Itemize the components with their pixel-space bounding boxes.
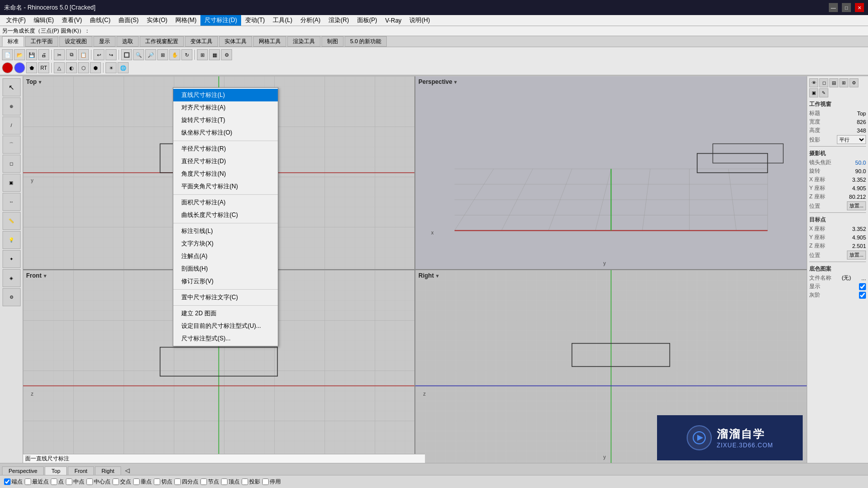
- panel-btn4[interactable]: ⊞: [839, 78, 848, 87]
- rp-filename-more[interactable]: ...: [861, 275, 866, 281]
- sc-check-center[interactable]: [86, 478, 93, 485]
- toolbar-tab-transform[interactable]: 变体工具: [185, 36, 218, 47]
- menu-vray[interactable]: V-Ray: [381, 16, 406, 25]
- rp-check-show[interactable]: [859, 283, 866, 290]
- minimize-button[interactable]: —: [829, 3, 838, 12]
- sc-check-disable[interactable]: [262, 478, 269, 485]
- panel-btn2[interactable]: ◻: [819, 78, 828, 87]
- tb-b3[interactable]: RT: [38, 62, 49, 73]
- menu-mesh[interactable]: 网格(M): [171, 15, 200, 26]
- tb-cut[interactable]: ✂: [54, 49, 65, 60]
- tb-zoom-all[interactable]: ⊞: [157, 49, 168, 60]
- lt-transform[interactable]: ↔: [3, 193, 21, 211]
- menu-curve[interactable]: 曲线(C): [86, 15, 115, 26]
- toolbar-tab-solid[interactable]: 实体工具: [219, 36, 252, 47]
- close-button[interactable]: ✕: [855, 3, 864, 12]
- toolbar-tab-new[interactable]: 5.0 的新功能: [345, 36, 387, 47]
- dd-item-ordinate[interactable]: 纵坐标尺寸标注(O): [173, 127, 278, 139]
- panel-btn1[interactable]: 👁: [809, 78, 818, 87]
- dd-item-area[interactable]: 面积尺寸标注(A): [173, 196, 278, 209]
- vp-perspective-arrow[interactable]: ▾: [454, 79, 457, 85]
- sc-check-endpoint[interactable]: [4, 478, 11, 485]
- dd-item-make2d[interactable]: 建立 2D 图面: [173, 307, 278, 320]
- dd-item-set-dimstyle[interactable]: 设定目前的尺寸标注型式(U)...: [173, 320, 278, 332]
- tb-zoom-in[interactable]: 🔍: [133, 49, 144, 60]
- toolbar-tab-viewport[interactable]: 工作视窗配置: [140, 36, 184, 47]
- sc-check-point[interactable]: [51, 478, 57, 485]
- status-tab-arrow[interactable]: ◁: [122, 466, 133, 475]
- tb-copy[interactable]: ⧉: [66, 49, 77, 60]
- toolbar-tab-display[interactable]: 显示: [93, 36, 116, 47]
- tb-grid[interactable]: ⊞: [197, 49, 208, 60]
- tb-pan[interactable]: ✋: [169, 49, 180, 60]
- tb-b9[interactable]: 🌐: [118, 62, 129, 73]
- viewport-perspective[interactable]: Perspective ▾: [415, 76, 807, 269]
- lt-analyze[interactable]: 📏: [3, 212, 21, 230]
- rp-select-projection[interactable]: 平行 透视: [837, 135, 866, 144]
- tb-b7[interactable]: ⬢: [90, 62, 101, 73]
- sc-check-quad[interactable]: [174, 478, 181, 485]
- sc-check-project[interactable]: [242, 478, 248, 485]
- tb-open[interactable]: 📂: [14, 49, 25, 60]
- dd-item-rotated[interactable]: 旋转尺寸标注(T): [173, 114, 278, 127]
- sc-check-perp[interactable]: [133, 478, 140, 485]
- rp-btn-pos[interactable]: 放置...: [847, 201, 866, 210]
- sc-check-nearest[interactable]: [25, 478, 31, 485]
- tb-b8[interactable]: ☀: [105, 62, 117, 73]
- dd-item-linear[interactable]: 直线尺寸标注(L): [173, 89, 278, 101]
- tb-b6[interactable]: ⬡: [78, 62, 89, 73]
- dd-item-plane-angle[interactable]: 平面夹角尺寸标注(N): [173, 180, 278, 193]
- tb-print[interactable]: 🖨: [38, 49, 49, 60]
- menu-panels[interactable]: 面板(P): [353, 15, 381, 26]
- status-tab-right[interactable]: Right: [95, 466, 121, 475]
- tb-rotate[interactable]: ↻: [181, 49, 192, 60]
- panel-btn7[interactable]: ✎: [819, 88, 828, 97]
- dd-item-diameter[interactable]: 直径尺寸标注(D): [173, 155, 278, 168]
- maximize-button[interactable]: □: [842, 3, 851, 12]
- dd-item-dimstyle[interactable]: 尺寸标注型式(S)...: [173, 332, 278, 345]
- lt-point[interactable]: ⊕: [3, 97, 21, 115]
- tb-color-red[interactable]: [2, 62, 13, 73]
- tb-prop[interactable]: ⚙: [221, 49, 232, 60]
- tb-paste[interactable]: 📋: [78, 49, 89, 60]
- dd-item-cloud[interactable]: 修订云形(V): [173, 275, 278, 288]
- sc-check-intersect[interactable]: [113, 478, 119, 485]
- panel-btn5[interactable]: ⚙: [849, 78, 858, 87]
- toolbar-tab-select[interactable]: 选取: [117, 36, 139, 47]
- menu-render[interactable]: 渲染(R): [324, 15, 353, 26]
- sc-check-knot[interactable]: [200, 478, 207, 485]
- menu-surface[interactable]: 曲面(S): [115, 15, 143, 26]
- menu-analyze[interactable]: 分析(A): [296, 15, 324, 26]
- toolbar-tab-mesh[interactable]: 网格工具: [253, 36, 286, 47]
- tb-save[interactable]: 💾: [26, 49, 37, 60]
- toolbar-tab-draft[interactable]: 制图: [321, 36, 344, 47]
- dd-item-dot[interactable]: 注解点(A): [173, 250, 278, 263]
- status-tab-top[interactable]: Top: [45, 466, 67, 475]
- lt-select[interactable]: ↖: [3, 78, 21, 96]
- vp-top-arrow[interactable]: ▾: [39, 79, 41, 85]
- status-tab-perspective[interactable]: Perspective: [2, 466, 44, 475]
- toolbar-tab-workplane[interactable]: 工作平面: [25, 36, 58, 47]
- menu-transform[interactable]: 变动(T): [241, 15, 269, 26]
- dd-item-textblock[interactable]: 文字方块(X): [173, 237, 278, 250]
- toolbar-tab-standard[interactable]: 标准: [2, 36, 24, 47]
- lt-extra1[interactable]: ✦: [3, 250, 21, 268]
- panel-btn6[interactable]: ▣: [809, 88, 818, 97]
- tb-zoom-out[interactable]: 🔎: [145, 49, 156, 60]
- lt-solid[interactable]: ▣: [3, 174, 21, 192]
- sc-check-vertex[interactable]: [221, 478, 228, 485]
- tb-redo[interactable]: ↪: [105, 49, 117, 60]
- lt-surface[interactable]: ◻: [3, 155, 21, 173]
- panel-btn3[interactable]: ▤: [829, 78, 838, 87]
- toolbar-tab-render[interactable]: 渲染工具: [287, 36, 320, 47]
- tb-snap[interactable]: 🔲: [121, 49, 132, 60]
- vp-right-arrow[interactable]: ▾: [436, 273, 439, 279]
- menu-tools[interactable]: 工具(L): [269, 15, 296, 26]
- toolbar-tab-setview[interactable]: 设定视图: [59, 36, 92, 47]
- lt-line[interactable]: /: [3, 116, 21, 135]
- menu-edit[interactable]: 编辑(E): [30, 15, 58, 26]
- tb-b5[interactable]: ◐: [66, 62, 77, 73]
- sc-check-midpoint[interactable]: [66, 478, 72, 485]
- status-tab-front[interactable]: Front: [68, 466, 94, 475]
- dd-item-leader[interactable]: 标注引线(L): [173, 225, 278, 237]
